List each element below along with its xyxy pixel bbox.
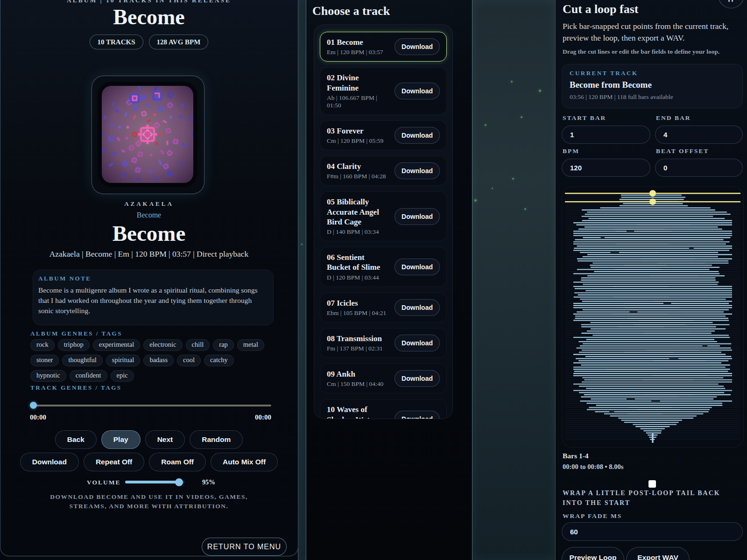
track-card[interactable]: 02 Divine FeminineAb | 106.667 BPM | 01:…	[320, 67, 447, 115]
beat-offset-input[interactable]	[655, 159, 743, 177]
genre-tag[interactable]: rock	[30, 339, 55, 351]
track-info: 01 BecomeEm | 120 BPM | 03:57	[327, 37, 390, 56]
preview-loop-button[interactable]: Preview Loop	[562, 547, 624, 560]
return-to-menu-button[interactable]: RETURN TO MENU	[202, 538, 287, 556]
album-stat-pills: 10 TRACKS 128 AVG BPM	[0, 35, 298, 49]
album-genres-list: rocktriphopexperimentalelectronicchillra…	[30, 339, 271, 382]
track-meta: Ab | 106.667 BPM | 01:50	[327, 94, 390, 109]
track-meta: D | 120 BPM | 03:44	[327, 274, 390, 281]
download-track-button[interactable]: Download	[395, 127, 440, 144]
start-bar-input[interactable]	[562, 126, 650, 144]
repeat-off-button[interactable]: Repeat Off	[84, 453, 144, 471]
pause-icon	[732, 0, 733, 2]
download-track-button[interactable]: Download	[395, 335, 440, 351]
track-info: 03 ForeverCm | 120 BPM | 05:59	[327, 126, 390, 145]
volume-slider-thumb[interactable]	[175, 478, 183, 486]
selection-bars: Bars 1-4	[563, 452, 589, 460]
album-art-image	[102, 86, 193, 183]
track-title: 08 Transmission	[327, 334, 390, 343]
track-info: 02 Divine FeminineAb | 106.667 BPM | 01:…	[327, 73, 390, 109]
track-info: 08 TransmissionFm | 137 BPM | 02:31	[327, 334, 390, 352]
genre-tag[interactable]: badass	[143, 355, 174, 366]
genre-tag[interactable]: chill	[186, 339, 210, 351]
album-art[interactable]	[98, 82, 197, 187]
download-button[interactable]: Download	[20, 453, 79, 471]
loop-panel-subtitle: Pick bar-snapped cut points from the cur…	[563, 21, 736, 44]
genre-tag[interactable]: triphop	[58, 339, 90, 351]
download-track-button[interactable]: Download	[395, 208, 440, 225]
download-track-button[interactable]: Download	[395, 38, 440, 55]
random-button[interactable]: Random	[190, 430, 243, 449]
track-info: 09 AnkhCm | 150 BPM | 04:40	[327, 369, 390, 388]
download-track-button[interactable]: Download	[395, 162, 440, 179]
track-meta: Em | 120 BPM | 03:57	[327, 49, 390, 56]
loop-end-handle[interactable]	[649, 198, 656, 205]
track-card[interactable]: 10 Waves of Shadow WaterGm | 120 BPM | 0…	[320, 399, 447, 419]
genre-tag[interactable]: thoughtful	[62, 355, 102, 366]
download-track-button[interactable]: Download	[395, 83, 440, 99]
loop-field: BPM	[562, 147, 650, 177]
download-track-button[interactable]: Download	[395, 259, 440, 275]
wrap-fade-label: WRAP FADE MS	[563, 512, 622, 520]
track-card[interactable]: 07 IciclesEbm | 105 BPM | 04:21Download	[320, 293, 447, 322]
genre-tag[interactable]: electronic	[143, 339, 182, 351]
track-card[interactable]: 06 Sentient Bucket of SlimeD | 120 BPM |…	[320, 247, 447, 287]
bpm-input[interactable]	[562, 159, 650, 177]
track-title: 03 Forever	[327, 126, 390, 136]
waveform-display[interactable]	[562, 187, 744, 448]
genre-tag[interactable]: cool	[177, 355, 201, 366]
export-wav-button[interactable]: Export WAV	[626, 547, 690, 560]
roam-off-button[interactable]: Roam Off	[149, 453, 206, 471]
genre-tag[interactable]: catchy	[204, 355, 234, 366]
track-card[interactable]: 04 ClarityF#m | 160 BPM | 04:28Download	[320, 156, 447, 186]
speckle-dot	[492, 188, 493, 189]
transport-row: BackPlayNextRandom	[0, 430, 298, 449]
seek-slider-thumb[interactable]	[30, 402, 37, 409]
track-card[interactable]: 05 Biblically Accurate Angel Bird CageD …	[320, 191, 447, 241]
background-strip-wide	[472, 0, 556, 560]
current-track-title: Become from Become	[570, 80, 652, 90]
selection-time: 00:00 to 00:08 • 8.00s	[563, 463, 623, 471]
genre-tag[interactable]: rap	[213, 339, 234, 351]
genre-tag[interactable]: metal	[237, 339, 264, 351]
genre-tag[interactable]: hypnotic	[30, 370, 66, 382]
download-track-button[interactable]: Download	[395, 299, 440, 316]
album-title: Become	[0, 7, 298, 28]
seek-slider-track[interactable]	[30, 405, 271, 406]
track-card[interactable]: 03 ForeverCm | 120 BPM | 05:59Download	[320, 120, 447, 150]
track-meta: D | 140 BPM | 03:34	[327, 228, 390, 236]
track-title: 10 Waves of Shadow Water	[327, 405, 390, 419]
genre-tag[interactable]: epic	[111, 370, 134, 382]
genre-tag[interactable]: spiritual	[106, 355, 141, 366]
wrap-fade-input[interactable]	[562, 522, 743, 541]
track-info: 06 Sentient Bucket of SlimeD | 120 BPM |…	[327, 252, 390, 281]
genre-tag[interactable]: confident	[70, 370, 107, 382]
download-track-button[interactable]: Download	[395, 370, 440, 387]
album-link[interactable]: Become	[0, 211, 298, 219]
download-track-button[interactable]: Download	[395, 411, 440, 419]
genre-tag[interactable]: experimental	[93, 339, 141, 351]
track-card-active[interactable]: 01 BecomeEm | 120 BPM | 03:57Download	[320, 32, 447, 62]
next-button[interactable]: Next	[145, 430, 185, 449]
current-track-label: CURRENT TRACK	[570, 70, 638, 77]
speckle-dot	[521, 116, 522, 118]
loop-fields-grid: START BAREND BARBPMBEAT OFFSET	[562, 114, 743, 177]
album-note-text: Become is a multigenre album I wrote as …	[38, 285, 261, 316]
track-meta: F#m | 160 BPM | 04:28	[327, 173, 390, 180]
track-info: 07 IciclesEbm | 105 BPM | 04:21	[327, 298, 390, 317]
speckle-dot	[301, 244, 303, 245]
volume-percent: 95%	[202, 479, 215, 486]
track-card[interactable]: 09 AnkhCm | 150 BPM | 04:40Download	[320, 364, 447, 393]
track-card[interactable]: 08 TransmissionFm | 137 BPM | 02:31Downl…	[320, 328, 447, 358]
play-button[interactable]: Play	[101, 430, 141, 449]
loop-start-handle[interactable]	[649, 190, 656, 196]
album-note-label: ALBUM NOTE	[38, 275, 91, 282]
genre-tag[interactable]: stoner	[30, 355, 59, 366]
loop-panel-title: Cut a loop fast	[563, 2, 639, 16]
artist-name: AZAKAELA	[0, 200, 298, 208]
end-bar-input[interactable]	[655, 126, 743, 144]
auto-mix-off-button[interactable]: Auto Mix Off	[211, 453, 278, 471]
wrap-checkbox[interactable]	[648, 480, 656, 488]
back-button[interactable]: Back	[55, 430, 97, 449]
speckle-dot	[511, 81, 513, 83]
